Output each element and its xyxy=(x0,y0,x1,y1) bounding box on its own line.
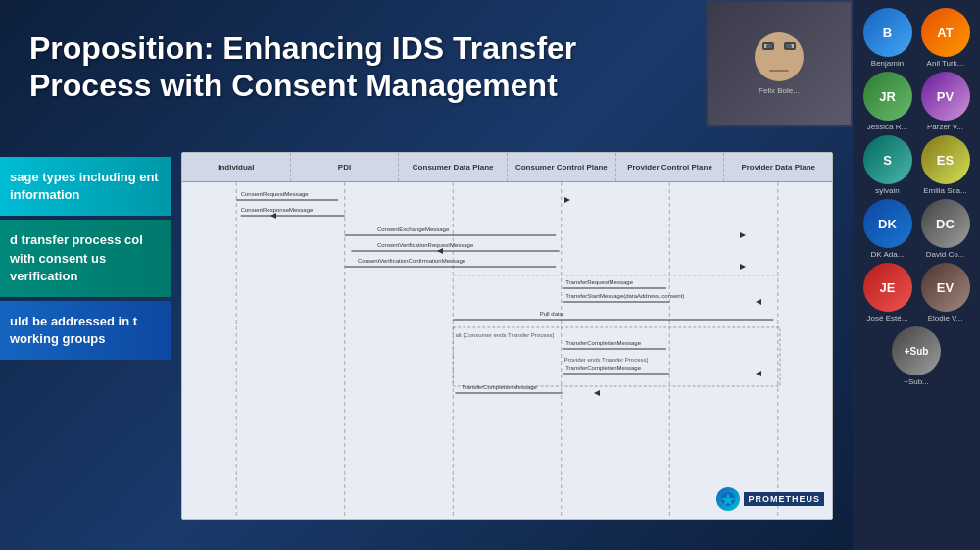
avatar-sub: +Sub xyxy=(892,326,941,375)
svg-marker-26 xyxy=(756,299,761,305)
participant-row-3: S sylvain ES Emilia Sca... xyxy=(858,135,974,195)
avatar-parzer: PV xyxy=(921,72,970,121)
sequence-svg: ConsentRequestMessage ConsentResponseMes… xyxy=(182,182,832,519)
svg-marker-10 xyxy=(270,213,276,219)
avatar-emilia: ES xyxy=(921,135,970,184)
col-pdi: PDI xyxy=(291,153,400,181)
participant-emilia: ES Emilia Sca... xyxy=(918,135,972,195)
name-anil: Anil Turk... xyxy=(927,59,964,68)
participant-row-6: +Sub +Sub... xyxy=(858,326,974,386)
name-parzer: Parzer V... xyxy=(927,123,963,131)
participant-benjamin: B Benjamin xyxy=(860,8,914,68)
svg-text:TransferCompletionMessage: TransferCompletionMessage xyxy=(565,340,641,346)
participant-sylvain: S sylvain xyxy=(860,135,914,195)
host-video: Felix Bole... xyxy=(706,0,853,127)
participant-dk: DK DK Ada... xyxy=(860,199,914,259)
svg-text:alt    [Consumer ends Transfer: alt [Consumer ends Transfer Process] xyxy=(455,332,554,338)
right-sidebar: B Benjamin AT Anil Turk... JR Jessica R.… xyxy=(853,0,980,550)
svg-text:TransferRequestMessage: TransferRequestMessage xyxy=(565,279,633,285)
col-consumer-data: Consumer Data Plane xyxy=(399,153,508,181)
svg-marker-41 xyxy=(594,390,600,396)
slide-title: Proposition: Enhancing IDS Transfer Proc… xyxy=(29,29,576,105)
svg-text:ConsentVerificationConfirmatio: ConsentVerificationConfirmationMessage xyxy=(358,258,466,264)
participant-row-1: B Benjamin AT Anil Turk... xyxy=(858,8,974,68)
avatar-anil: AT xyxy=(921,8,970,57)
avatar-benjamin: B xyxy=(863,8,912,57)
col-individual: Individual xyxy=(182,153,291,181)
left-block-1: sage types including ent information xyxy=(0,157,172,216)
name-david: David Co... xyxy=(926,250,965,259)
name-jose: José Esté... xyxy=(867,314,908,323)
svg-marker-19 xyxy=(740,264,746,270)
avatar-david: DC xyxy=(921,199,970,248)
diagram-body: ConsentRequestMessage ConsentResponseMes… xyxy=(182,182,832,519)
name-sylvain: sylvain xyxy=(875,186,899,195)
participant-sub: +Sub +Sub... xyxy=(890,326,944,386)
sequence-diagram: Individual PDI Consumer Data Plane Consu… xyxy=(181,152,833,520)
svg-marker-38 xyxy=(756,371,761,376)
name-emilia: Emilia Sca... xyxy=(923,186,966,195)
svg-text:ConsentRequestMessage: ConsentRequestMessage xyxy=(241,191,310,197)
svg-text:TransferCompletionMessage: TransferCompletionMessage xyxy=(462,384,537,390)
name-dk: DK Ada... xyxy=(871,250,905,259)
svg-text:[Provider ends Transfer Proces: [Provider ends Transfer Process] xyxy=(563,357,649,363)
svg-marker-13 xyxy=(740,232,746,238)
svg-text:ConsentExchangeMessage: ConsentExchangeMessage xyxy=(377,226,450,232)
name-benjamin: Benjamin xyxy=(871,59,904,68)
host-name-label: Felix Bole... xyxy=(759,86,800,95)
participant-elodie: EV Elodie V... xyxy=(918,263,972,323)
left-block-2: d transfer process col with consent us v… xyxy=(0,220,172,297)
participant-jose: JE José Esté... xyxy=(860,263,914,323)
svg-text:TransferCompletionMessage: TransferCompletionMessage xyxy=(565,365,641,371)
participant-row-5: JE José Esté... EV Elodie V... xyxy=(858,263,974,323)
diagram-header: Individual PDI Consumer Data Plane Consu… xyxy=(182,153,832,182)
col-provider-control: Provider Control Plane xyxy=(616,153,725,181)
prometheus-text: PROMETHEUS xyxy=(744,492,824,506)
svg-text:ConsentVerificationRequestMess: ConsentVerificationRequestMessage xyxy=(377,242,474,248)
avatar-jose: JE xyxy=(863,263,912,312)
left-text-area: sage types including ent information d t… xyxy=(0,157,172,539)
participant-row-4: DK DK Ada... DC David Co... xyxy=(858,199,974,259)
svg-text:ConsentResponseMessage: ConsentResponseMessage xyxy=(241,207,314,213)
name-jessica: Jessica R... xyxy=(867,123,907,131)
name-sub: +Sub... xyxy=(904,377,929,386)
participant-parzer: PV Parzer V... xyxy=(918,72,972,131)
left-block-3: uld be addressed in t working groups xyxy=(0,301,172,360)
svg-text:Pull data: Pull data xyxy=(540,311,564,317)
col-provider-data: Provider Data Plane xyxy=(724,153,832,181)
svg-marker-7 xyxy=(564,197,570,203)
avatar-jessica: JR xyxy=(863,72,912,121)
avatar-elodie: EV xyxy=(921,263,970,312)
avatar-sylvain: S xyxy=(863,135,912,184)
col-consumer-control: Consumer Control Plane xyxy=(508,153,616,181)
participant-jessica: JR Jessica R... xyxy=(860,72,914,131)
participant-row-2: JR Jessica R... PV Parzer V... xyxy=(858,72,974,131)
name-elodie: Elodie V... xyxy=(928,314,963,323)
participant-david: DC David Co... xyxy=(918,199,972,259)
avatar-dk: DK xyxy=(863,199,912,248)
prometheus-logo: PROMETHEUS xyxy=(716,487,824,511)
svg-marker-16 xyxy=(437,248,443,254)
svg-text:TransferStartMessage(dataAddre: TransferStartMessage(dataAddress, consen… xyxy=(565,293,684,299)
participant-anil: AT Anil Turk... xyxy=(918,8,972,68)
prometheus-icon xyxy=(716,487,740,511)
